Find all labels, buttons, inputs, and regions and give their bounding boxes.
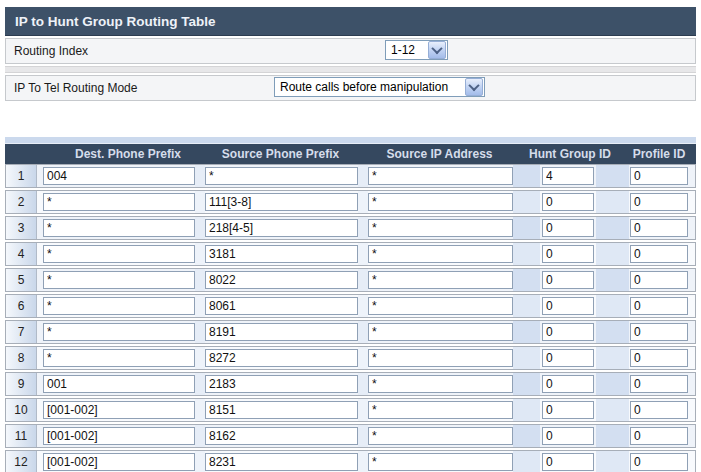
source-phone-prefix-input[interactable] (205, 375, 358, 393)
source-phone-prefix-input[interactable] (205, 167, 358, 185)
dest-phone-prefix-input[interactable] (43, 271, 195, 289)
hunt-group-id-input[interactable] (542, 297, 594, 315)
source-phone-prefix-input[interactable] (205, 349, 358, 367)
hunt-group-id-input[interactable] (542, 271, 594, 289)
profile-id-input[interactable] (630, 401, 688, 419)
dest-phone-prefix-input[interactable] (43, 349, 195, 367)
hunt-group-id-input[interactable] (542, 167, 594, 185)
routing-table: Dest. Phone Prefix Source Phone Prefix S… (5, 137, 696, 472)
hunt-group-id-input[interactable] (542, 323, 594, 341)
row-index: 10 (6, 399, 37, 421)
dest-phone-prefix-input[interactable] (43, 401, 195, 419)
row-index: 7 (6, 321, 37, 343)
source-phone-prefix-input[interactable] (205, 453, 358, 471)
table-row: 2 (5, 190, 696, 214)
header-hunt-group-id: Hunt Group ID (512, 147, 628, 161)
table-row: 10 (5, 398, 696, 422)
source-ip-address-input[interactable] (368, 167, 513, 185)
profile-id-input[interactable] (630, 271, 688, 289)
profile-id-input[interactable] (630, 297, 688, 315)
routing-mode-select[interactable]: Route calls before manipulation (274, 77, 485, 97)
hunt-group-id-input[interactable] (542, 453, 594, 471)
routing-index-label: Routing Index (14, 39, 88, 63)
source-ip-address-input[interactable] (368, 349, 513, 367)
hunt-group-id-input[interactable] (542, 219, 594, 237)
dest-phone-prefix-input[interactable] (43, 297, 195, 315)
hunt-group-id-input[interactable] (542, 375, 594, 393)
row-index: 5 (6, 269, 37, 291)
table-row: 5 (5, 268, 696, 292)
dest-phone-prefix-input[interactable] (43, 193, 195, 211)
config-page: IP to Hunt Group Routing Table Routing I… (5, 7, 696, 472)
dest-phone-prefix-input[interactable] (43, 245, 195, 263)
routing-index-value: 1-12 (386, 43, 415, 57)
source-ip-address-input[interactable] (368, 219, 513, 237)
table-row: 11 (5, 424, 696, 448)
source-ip-address-input[interactable] (368, 453, 513, 471)
header-dest-phone-prefix: Dest. Phone Prefix (42, 147, 194, 161)
profile-id-input[interactable] (630, 323, 688, 341)
table-row: 9 (5, 372, 696, 396)
source-phone-prefix-input[interactable] (205, 323, 358, 341)
profile-id-input[interactable] (630, 167, 688, 185)
hunt-group-id-input[interactable] (542, 245, 594, 263)
routing-mode-value: Route calls before manipulation (275, 80, 448, 94)
dest-phone-prefix-input[interactable] (43, 167, 195, 185)
dest-phone-prefix-input[interactable] (43, 219, 195, 237)
source-ip-address-input[interactable] (368, 297, 513, 315)
dest-phone-prefix-input[interactable] (43, 323, 195, 341)
routing-index-row: Routing Index 1-12 (5, 38, 696, 64)
source-ip-address-input[interactable] (368, 245, 513, 263)
profile-id-input[interactable] (630, 193, 688, 211)
row-index: 3 (6, 217, 37, 239)
source-ip-address-input[interactable] (368, 401, 513, 419)
source-phone-prefix-input[interactable] (205, 427, 358, 445)
profile-id-input[interactable] (630, 375, 688, 393)
divider (5, 66, 696, 73)
source-phone-prefix-input[interactable] (205, 271, 358, 289)
table-row: 4 (5, 242, 696, 266)
profile-id-input[interactable] (630, 349, 688, 367)
source-phone-prefix-input[interactable] (205, 401, 358, 419)
header-source-phone-prefix: Source Phone Prefix (204, 147, 357, 161)
table-row: 8 (5, 346, 696, 370)
row-index: 1 (6, 165, 37, 187)
profile-id-input[interactable] (630, 453, 688, 471)
table-row: 3 (5, 216, 696, 240)
header-profile-id: Profile ID (628, 147, 690, 161)
row-index: 8 (6, 347, 37, 369)
row-index: 9 (6, 373, 37, 395)
source-phone-prefix-input[interactable] (205, 297, 358, 315)
source-phone-prefix-input[interactable] (205, 245, 358, 263)
table-top-strip (5, 137, 696, 144)
hunt-group-id-input[interactable] (542, 427, 594, 445)
profile-id-input[interactable] (630, 245, 688, 263)
source-ip-address-input[interactable] (368, 323, 513, 341)
profile-id-input[interactable] (630, 427, 688, 445)
chevron-down-icon[interactable] (428, 41, 446, 59)
dest-phone-prefix-input[interactable] (43, 453, 195, 471)
row-index: 2 (6, 191, 37, 213)
dest-phone-prefix-input[interactable] (43, 375, 195, 393)
source-ip-address-input[interactable] (368, 271, 513, 289)
source-phone-prefix-input[interactable] (205, 193, 358, 211)
table-row: 6 (5, 294, 696, 318)
hunt-group-id-input[interactable] (542, 401, 594, 419)
header-source-ip-address: Source IP Address (367, 147, 512, 161)
dest-phone-prefix-input[interactable] (43, 427, 195, 445)
row-index: 11 (6, 425, 37, 447)
profile-id-input[interactable] (630, 219, 688, 237)
routing-mode-row: IP To Tel Routing Mode Route calls befor… (5, 75, 696, 101)
routing-index-select[interactable]: 1-12 (385, 40, 448, 60)
source-phone-prefix-input[interactable] (205, 219, 358, 237)
table-row: 7 (5, 320, 696, 344)
source-ip-address-input[interactable] (368, 375, 513, 393)
routing-mode-label: IP To Tel Routing Mode (14, 76, 137, 100)
chevron-down-icon[interactable] (465, 78, 483, 96)
table-row: 12 (5, 450, 696, 472)
hunt-group-id-input[interactable] (542, 349, 594, 367)
source-ip-address-input[interactable] (368, 193, 513, 211)
source-ip-address-input[interactable] (368, 427, 513, 445)
hunt-group-id-input[interactable] (542, 193, 594, 211)
table-header-row: Dest. Phone Prefix Source Phone Prefix S… (5, 144, 696, 164)
